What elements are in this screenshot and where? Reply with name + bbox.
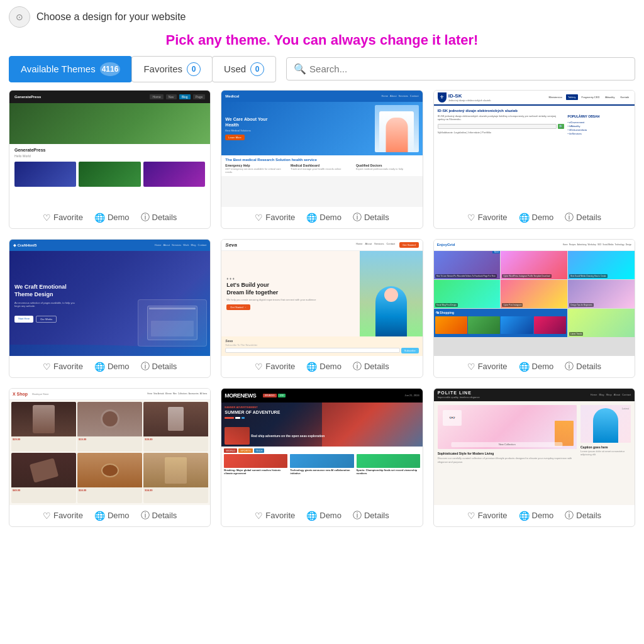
heart-icon: ♡ bbox=[255, 362, 263, 372]
heart-icon: ♡ bbox=[43, 362, 51, 372]
demo-btn-generatepress[interactable]: 🌐 Demo bbox=[94, 213, 130, 223]
details-btn-xshop[interactable]: ⓘ Details bbox=[141, 510, 177, 521]
demo-btn-morenews[interactable]: 🌐 Demo bbox=[306, 511, 341, 521]
theme-preview-craft: ◈ CraftHtml5 HomeAboutServicesWorkBlogCo… bbox=[9, 240, 210, 356]
tagline: Pick any theme. You can always change it… bbox=[0, 30, 644, 56]
info-icon: ⓘ bbox=[565, 361, 574, 372]
theme-card-xshop: X Shop Boutique Store HomeNew ArrivalsWo… bbox=[9, 388, 211, 527]
search-input[interactable] bbox=[286, 57, 635, 80]
theme-preview-politeline: POLITE LINE Impeccable quality, timeless… bbox=[434, 389, 635, 505]
theme-preview-generatepress: GeneratePress HomeNavBlogPage GeneratePr… bbox=[9, 91, 210, 207]
demo-btn-xshop[interactable]: 🌐 Demo bbox=[94, 511, 130, 521]
card-actions-politeline: ♡ Favorite 🌐 Demo ⓘ Details bbox=[434, 505, 635, 526]
theme-grid: GeneratePress HomeNavBlogPage GeneratePr… bbox=[0, 90, 644, 537]
details-btn-generatepress[interactable]: ⓘ Details bbox=[141, 212, 177, 223]
theme-card-morenews: MORENEWS BREAKING LIVE Jun 21, 2024 bbox=[221, 388, 423, 527]
details-btn-medical[interactable]: ⓘ Details bbox=[353, 212, 389, 223]
info-icon: ⓘ bbox=[565, 510, 574, 521]
heart-icon: ♡ bbox=[255, 213, 263, 223]
favorite-btn-seva[interactable]: ♡ Favorite bbox=[255, 362, 295, 372]
theme-card-idsk: ⚜ ID-SK Jednotný dizajn elektronických s… bbox=[433, 90, 635, 229]
tab-used[interactable]: Used 0 bbox=[212, 56, 276, 82]
card-actions-morenews: ♡ Favorite 🌐 Demo ⓘ Details bbox=[221, 505, 422, 526]
theme-card-politeline: POLITE LINE Impeccable quality, timeless… bbox=[433, 388, 635, 527]
tab-available-label: Available Themes bbox=[21, 64, 96, 74]
tab-favorites[interactable]: Favorites 0 bbox=[131, 56, 213, 82]
globe-icon: 🌐 bbox=[94, 511, 105, 521]
card-actions-generatepress: ♡ Favorite 🌐 Demo ⓘ Details bbox=[9, 207, 210, 228]
globe-icon: 🌐 bbox=[519, 362, 530, 372]
info-icon: ⓘ bbox=[141, 212, 150, 223]
details-btn-morenews[interactable]: ⓘ Details bbox=[353, 510, 389, 521]
theme-preview-xshop: X Shop Boutique Store HomeNew ArrivalsWo… bbox=[9, 389, 210, 505]
theme-preview-enjoygrid: EnjoyGrid HomeRecipesAdvertisingWorkshop… bbox=[434, 240, 635, 356]
favorite-btn-idsk[interactable]: ♡ Favorite bbox=[467, 213, 508, 223]
theme-preview-seva: Seva HomeAboutServicesContact Get Starte… bbox=[221, 240, 422, 356]
details-btn-politeline[interactable]: ⓘ Details bbox=[565, 510, 601, 521]
card-actions-medical: ♡ Favorite 🌐 Demo ⓘ Details bbox=[221, 207, 422, 228]
heart-icon: ♡ bbox=[43, 213, 51, 223]
theme-card-craft: ◈ CraftHtml5 HomeAboutServicesWorkBlogCo… bbox=[9, 239, 211, 378]
theme-preview-medical: Medical HomeAboutServicesContact We Care… bbox=[221, 91, 422, 207]
tab-available[interactable]: Available Themes 4116 bbox=[9, 56, 132, 82]
info-icon: ⓘ bbox=[565, 212, 574, 223]
theme-preview-idsk: ⚜ ID-SK Jednotný dizajn elektronických s… bbox=[434, 91, 635, 207]
info-icon: ⓘ bbox=[141, 361, 150, 372]
favorite-btn-xshop[interactable]: ♡ Favorite bbox=[43, 511, 83, 521]
info-icon: ⓘ bbox=[353, 361, 362, 372]
theme-card-medical: Medical HomeAboutServicesContact We Care… bbox=[221, 90, 423, 229]
demo-btn-craft[interactable]: 🌐 Demo bbox=[94, 362, 130, 372]
globe-icon: 🌐 bbox=[306, 362, 317, 372]
favorite-btn-generatepress[interactable]: ♡ Favorite bbox=[43, 213, 83, 223]
tab-favorites-badge: 0 bbox=[187, 62, 201, 76]
globe-icon: 🌐 bbox=[306, 511, 317, 521]
info-icon: ⓘ bbox=[353, 510, 362, 521]
favorite-btn-craft[interactable]: ♡ Favorite bbox=[43, 362, 83, 372]
favorite-btn-politeline[interactable]: ♡ Favorite bbox=[467, 511, 508, 521]
details-btn-enjoygrid[interactable]: ⓘ Details bbox=[565, 361, 601, 372]
heart-icon: ♡ bbox=[467, 213, 475, 223]
heart-icon: ♡ bbox=[43, 511, 51, 521]
tab-used-label: Used bbox=[224, 64, 246, 74]
globe-icon: 🌐 bbox=[519, 511, 530, 521]
demo-btn-idsk[interactable]: 🌐 Demo bbox=[519, 213, 554, 223]
favorite-btn-enjoygrid[interactable]: ♡ Favorite bbox=[467, 362, 508, 372]
tab-favorites-label: Favorites bbox=[143, 64, 182, 74]
theme-card-enjoygrid: EnjoyGrid HomeRecipesAdvertisingWorkshop… bbox=[433, 239, 635, 378]
favorite-btn-morenews[interactable]: ♡ Favorite bbox=[255, 511, 295, 521]
card-actions-xshop: ♡ Favorite 🌐 Demo ⓘ Details bbox=[9, 505, 210, 526]
demo-btn-enjoygrid[interactable]: 🌐 Demo bbox=[519, 362, 554, 372]
choose-label: Choose a design for your website bbox=[36, 11, 186, 23]
card-actions-seva: ♡ Favorite 🌐 Demo ⓘ Details bbox=[221, 356, 422, 377]
card-actions-enjoygrid: ♡ Favorite 🌐 Demo ⓘ Details bbox=[434, 356, 635, 377]
heart-icon: ♡ bbox=[255, 511, 263, 521]
tab-bar: Available Themes 4116 Favorites 0 Used 0… bbox=[0, 56, 644, 90]
globe-icon: 🌐 bbox=[306, 213, 317, 223]
globe-icon: 🌐 bbox=[94, 362, 105, 372]
globe-icon: 🌐 bbox=[519, 213, 530, 223]
tab-used-badge: 0 bbox=[250, 62, 264, 76]
demo-btn-politeline[interactable]: 🌐 Demo bbox=[519, 511, 554, 521]
search-wrap: 🔍 bbox=[286, 57, 635, 80]
info-icon: ⓘ bbox=[141, 510, 150, 521]
theme-card-seva: Seva HomeAboutServicesContact Get Starte… bbox=[221, 239, 423, 378]
heart-icon: ♡ bbox=[467, 511, 475, 521]
info-icon: ⓘ bbox=[353, 212, 362, 223]
heart-icon: ♡ bbox=[467, 362, 475, 372]
details-btn-idsk[interactable]: ⓘ Details bbox=[565, 212, 601, 223]
details-btn-seva[interactable]: ⓘ Details bbox=[353, 361, 389, 372]
card-actions-craft: ♡ Favorite 🌐 Demo ⓘ Details bbox=[9, 356, 210, 377]
demo-btn-seva[interactable]: 🌐 Demo bbox=[306, 362, 341, 372]
search-icon: 🔍 bbox=[294, 63, 306, 75]
details-btn-craft[interactable]: ⓘ Details bbox=[141, 361, 177, 372]
demo-btn-medical[interactable]: 🌐 Demo bbox=[306, 213, 341, 223]
top-header: ⊙ Choose a design for your website bbox=[0, 0, 644, 30]
globe-icon: 🌐 bbox=[94, 213, 105, 223]
tab-available-badge: 4116 bbox=[100, 62, 121, 76]
favorite-btn-medical[interactable]: ♡ Favorite bbox=[255, 213, 295, 223]
avatar: ⊙ bbox=[9, 6, 30, 28]
theme-preview-morenews: MORENEWS BREAKING LIVE Jun 21, 2024 bbox=[221, 389, 422, 505]
theme-card-generatepress: GeneratePress HomeNavBlogPage GeneratePr… bbox=[9, 90, 211, 229]
card-actions-idsk: ♡ Favorite 🌐 Demo ⓘ Details bbox=[434, 207, 635, 228]
